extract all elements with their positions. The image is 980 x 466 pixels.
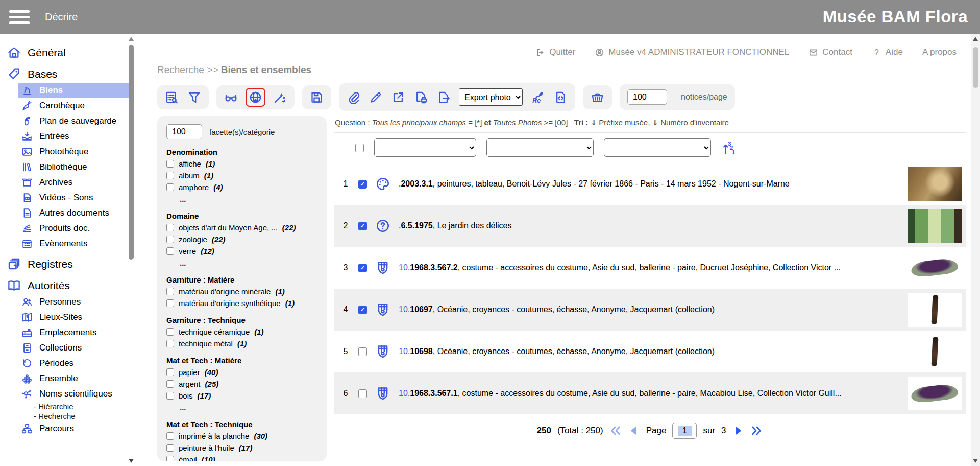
previous-page-icon[interactable] — [628, 425, 640, 437]
first-page-icon[interactable] — [609, 425, 622, 437]
re-export-icon[interactable]: Re — [531, 90, 545, 104]
sidebar-item-entr-es[interactable]: Entrées — [0, 129, 138, 144]
util-link-quitter[interactable]: Quitter — [535, 47, 575, 57]
result-checkbox[interactable] — [358, 389, 367, 398]
sidebar-item-emplacements[interactable]: Emplacements — [0, 325, 138, 340]
result-checkbox[interactable] — [358, 222, 367, 230]
facet-item-mail[interactable]: émail(10) — [166, 455, 317, 461]
numeric-sort-icon[interactable]: 321 — [721, 139, 737, 156]
result-thumbnail-slipper[interactable] — [908, 377, 962, 410]
result-text[interactable]: 10.1968.3.567.1, costume - accessoires d… — [399, 389, 908, 398]
facet-item-affiche[interactable]: affiche(1) — [166, 159, 317, 168]
util-link-contact[interactable]: Contact — [808, 47, 852, 57]
facet-item-amphore[interactable]: amphore(4) — [166, 183, 317, 192]
next-page-icon[interactable] — [732, 425, 744, 437]
globe-icon[interactable] — [249, 90, 262, 104]
sidebar-item-vid-os-sons[interactable]: Vidéos - Sons — [0, 190, 138, 205]
notices-per-page-input[interactable] — [627, 89, 667, 105]
sidebar-item-collections[interactable]: Collections — [0, 340, 138, 356]
page-input[interactable]: 1 — [672, 423, 697, 439]
sidebar-item-p-riodes[interactable]: Périodes — [0, 356, 138, 371]
facet-checkbox[interactable] — [166, 160, 174, 168]
sort-desc-select[interactable] — [604, 138, 711, 157]
filter-icon[interactable] — [187, 90, 201, 104]
result-checkbox[interactable] — [358, 347, 367, 356]
facet-checkbox[interactable] — [166, 183, 174, 191]
util-link-aide[interactable]: ?Aide — [872, 47, 903, 57]
facet-checkbox[interactable] — [166, 328, 174, 336]
sidebar-scrollbar[interactable] — [128, 37, 135, 463]
sort-asc-select[interactable] — [486, 138, 594, 157]
facet-item-argent[interactable]: argent(25) — [166, 380, 317, 388]
scroll-down-icon[interactable] — [973, 459, 978, 463]
code-doc-icon[interactable] — [554, 90, 568, 104]
result-text[interactable]: 10.10698, Océanie, croyances - coutumes,… — [399, 347, 908, 356]
sidebar-item-lieux-sites[interactable]: Lieux-Sites — [0, 310, 138, 325]
facet-checkbox[interactable] — [166, 236, 174, 243]
sidebar-item-archives[interactable]: Archives — [0, 175, 138, 190]
facet-item-papier[interactable]: papier(40) — [166, 368, 317, 377]
result-text[interactable]: 10.1968.3.567.2, costume - accessoires d… — [399, 263, 908, 272]
sidebar-item-personnes[interactable]: Personnes — [0, 294, 138, 310]
sidebar-item-biblioth-que[interactable]: Bibliothèque — [0, 159, 138, 175]
sidebar-item-autorit-s[interactable]: Autorités — [0, 276, 138, 294]
facet-item-technique-c-ramique[interactable]: technique céramique(1) — [166, 328, 317, 336]
sidebar-item-produits-doc[interactable]: Produits doc. — [0, 221, 138, 236]
util-link-a-propos[interactable]: A propos — [922, 47, 957, 57]
edit-icon[interactable] — [369, 90, 383, 104]
scrollbar-thumb[interactable] — [129, 45, 134, 260]
attach-icon[interactable] — [347, 90, 360, 104]
save-icon[interactable] — [310, 90, 324, 104]
facet-more[interactable]: ... — [180, 403, 317, 412]
sidebar-item-plan-de-sauvegarde[interactable]: Plan de sauvegarde — [0, 113, 138, 129]
select-all-checkbox[interactable] — [355, 144, 364, 152]
sidebar-item-autres-documents[interactable]: Autres documents — [0, 205, 138, 221]
facet-checkbox[interactable] — [166, 340, 174, 347]
util-link-mus-e-v4-administrateur-fonctionnel[interactable]: Musée v4 ADMINISTRATEUR FONCTIONNEL — [595, 47, 789, 57]
facet-checkbox[interactable] — [166, 299, 174, 307]
facet-checkbox[interactable] — [166, 288, 174, 295]
facet-checkbox[interactable] — [166, 224, 174, 231]
facet-checkbox[interactable] — [166, 172, 174, 179]
external-link-icon[interactable] — [391, 90, 405, 104]
window-scrollbar[interactable] — [971, 34, 980, 466]
facet-checkbox[interactable] — [166, 456, 174, 461]
sidebar-item-bases[interactable]: Bases — [0, 65, 138, 83]
result-checkbox[interactable] — [358, 264, 367, 272]
sidebar-item-caroth-que[interactable]: Carothèque — [0, 98, 138, 113]
facet-item-album[interactable]: album(1) — [166, 171, 317, 180]
basket-icon[interactable] — [591, 90, 604, 104]
result-thumbnail-slipper[interactable] — [908, 251, 962, 285]
sidebar-item-ensemble[interactable]: Ensemble — [0, 371, 138, 386]
scrollbar-thumb[interactable] — [973, 47, 978, 88]
facet-checkbox[interactable] — [166, 444, 174, 452]
facet-checkbox[interactable] — [166, 247, 174, 255]
result-text[interactable]: .2003.3.1, peintures, tableau, Benoit-Lé… — [399, 179, 908, 189]
sidebar-item-hi-rarchie[interactable]: - Hiérarchie — [0, 402, 138, 411]
result-thumbnail-triptych[interactable] — [908, 209, 962, 243]
sidebar-item-ev-nements[interactable]: Evènements — [0, 236, 138, 251]
result-text[interactable]: 10.10697, Océanie, croyances - coutumes,… — [399, 305, 908, 314]
sidebar-item-parcours[interactable]: Parcours — [0, 421, 138, 436]
sidebar-item-noms-scientifiques[interactable]: Noms scientifiques — [0, 386, 138, 402]
glasses-icon[interactable] — [224, 90, 238, 104]
sidebar-item-registres[interactable]: Registres — [0, 255, 138, 273]
facet-item-bois[interactable]: bois(17) — [166, 391, 317, 400]
export-photo-select[interactable]: Export photo — [459, 88, 523, 106]
result-thumbnail-stilt[interactable] — [908, 293, 962, 327]
result-text[interactable]: .6.5.1975, Le jardin des délices — [399, 221, 908, 230]
facet-item-mat-riau-d-origine-min-rale[interactable]: matériau d'origine minérale(1) — [166, 287, 317, 296]
export-doc-icon[interactable] — [436, 90, 450, 104]
sidebar-item-recherche[interactable]: - Recherche — [0, 411, 138, 421]
facet-item-imprim-la-planche[interactable]: imprimé à la planche(30) — [166, 432, 317, 440]
scroll-down-icon[interactable] — [129, 459, 134, 463]
result-checkbox[interactable] — [358, 180, 367, 189]
facet-more[interactable]: ... — [180, 195, 317, 203]
facet-checkbox[interactable] — [166, 392, 174, 400]
facet-item-mat-riau-d-origine-synth-tique[interactable]: matériau d'origine synthétique(1) — [166, 299, 317, 308]
scroll-up-icon[interactable] — [129, 37, 134, 41]
result-checkbox[interactable] — [358, 306, 367, 314]
facet-item-technique-m-tal[interactable]: technique métal(1) — [166, 339, 317, 348]
print-doc-icon[interactable] — [414, 90, 428, 104]
result-thumbnail-stilt[interactable] — [908, 335, 962, 368]
